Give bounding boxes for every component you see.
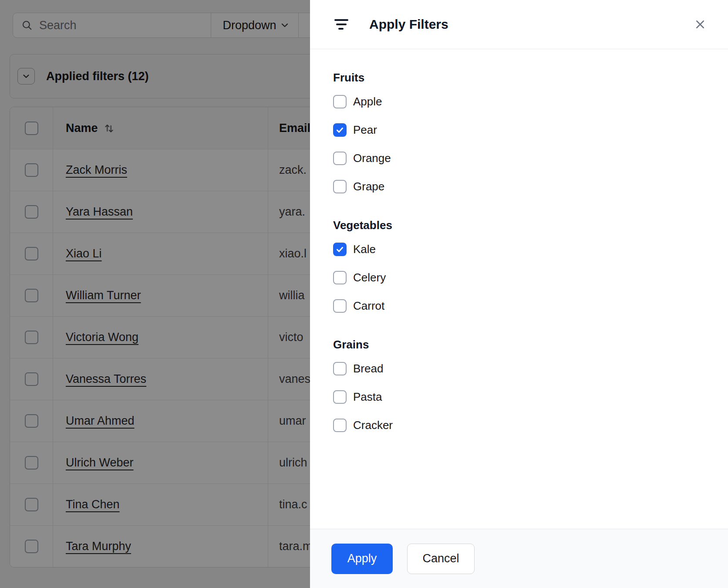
- filter-group-options: Kale Celery Carrot: [333, 243, 728, 313]
- filter-option[interactable]: Pear: [333, 123, 728, 137]
- close-icon: [693, 17, 707, 31]
- filter-groups: Fruits Apple Pear Orange: [310, 49, 728, 529]
- filter-option[interactable]: Apple: [333, 95, 728, 108]
- filter-group-options: Bread Pasta Cracker: [333, 362, 728, 432]
- filter-group-options: Apple Pear Orange Grape: [333, 95, 728, 193]
- panel-header: Apply Filters: [310, 0, 728, 49]
- filter-option[interactable]: Pasta: [333, 390, 728, 404]
- panel-footer: Apply Cancel: [310, 529, 728, 588]
- filter-lines-icon: [333, 17, 350, 31]
- apply-button[interactable]: Apply: [331, 544, 393, 574]
- filter-checkbox[interactable]: [333, 152, 347, 165]
- apply-filters-panel: Apply Filters Fruits Apple Pear: [310, 0, 728, 588]
- filter-option[interactable]: Orange: [333, 152, 728, 165]
- filter-option[interactable]: Carrot: [333, 299, 728, 313]
- filter-checkbox[interactable]: [333, 180, 347, 193]
- filter-option[interactable]: Celery: [333, 271, 728, 284]
- filter-option[interactable]: Bread: [333, 362, 728, 375]
- filter-checkbox[interactable]: [333, 123, 347, 137]
- close-button[interactable]: [691, 16, 709, 33]
- filter-group: Vegetables Kale Celery Carrot: [333, 219, 728, 313]
- filter-option-label: Celery: [353, 271, 386, 284]
- filter-option[interactable]: Grape: [333, 180, 728, 193]
- filter-checkbox[interactable]: [333, 299, 347, 313]
- filter-checkbox[interactable]: [333, 419, 347, 432]
- filter-option[interactable]: Kale: [333, 243, 728, 256]
- filter-checkbox[interactable]: [333, 271, 347, 284]
- filter-option-label: Pear: [353, 123, 377, 137]
- filter-checkbox[interactable]: [333, 390, 347, 404]
- filter-option-label: Bread: [353, 362, 383, 375]
- panel-title: Apply Filters: [369, 17, 448, 32]
- check-icon: [335, 245, 344, 254]
- filter-option[interactable]: Cracker: [333, 419, 728, 432]
- check-icon: [335, 125, 344, 135]
- filter-option-label: Cracker: [353, 419, 393, 432]
- filter-option-label: Grape: [353, 180, 384, 193]
- filter-group-heading: Vegetables: [333, 219, 728, 232]
- filter-group: Fruits Apple Pear Orange: [333, 71, 728, 193]
- app-root: Dropdown Applied filters (12) N: [0, 0, 728, 588]
- filter-group-heading: Fruits: [333, 71, 728, 84]
- filter-checkbox[interactable]: [333, 362, 347, 375]
- filter-group: Grains Bread Pasta Cracker: [333, 338, 728, 432]
- filter-option-label: Apple: [353, 95, 382, 108]
- filter-group-heading: Grains: [333, 338, 728, 351]
- filter-checkbox[interactable]: [333, 243, 347, 256]
- filter-option-label: Kale: [353, 243, 376, 256]
- filter-option-label: Pasta: [353, 390, 382, 404]
- filter-option-label: Orange: [353, 152, 391, 165]
- filter-option-label: Carrot: [353, 299, 384, 313]
- filter-checkbox[interactable]: [333, 95, 347, 108]
- cancel-button[interactable]: Cancel: [407, 544, 475, 574]
